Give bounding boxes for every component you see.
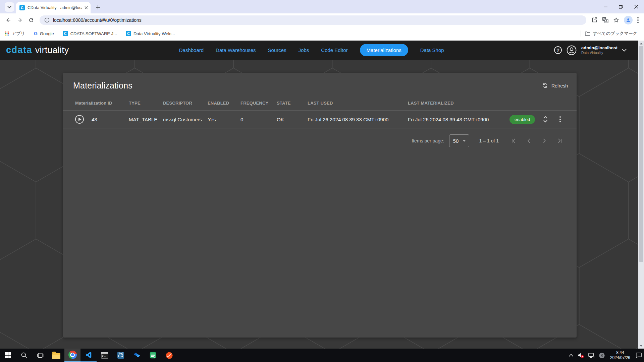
nav-materializations[interactable]: Materializations — [360, 44, 408, 56]
open-in-new-icon[interactable] — [592, 17, 597, 23]
bookmarks-divider — [581, 31, 581, 37]
bookmark-data-virtuality[interactable]: C Data Virtuality Welc... — [126, 31, 175, 36]
items-per-page-select[interactable]: 50 — [449, 134, 469, 147]
tray-expand-chevron-icon[interactable] — [569, 354, 574, 357]
user-subtitle: Data Virtuality — [581, 51, 618, 55]
info-icon[interactable] — [44, 17, 50, 23]
pgadmin-taskbar-button[interactable] — [113, 349, 129, 362]
vscode-icon — [85, 351, 92, 359]
scroll-down-arrow-icon[interactable] — [640, 343, 643, 349]
start-button[interactable] — [0, 349, 16, 362]
green-log-app-button[interactable] — [145, 349, 161, 362]
app-logo[interactable]: cdata virtuality — [6, 45, 69, 55]
search-icon — [21, 352, 28, 359]
next-page-button[interactable] — [541, 137, 548, 144]
orange-app-button[interactable] — [161, 349, 177, 362]
page-title: Materializations — [73, 81, 132, 90]
bookmark-google[interactable]: G Google — [34, 31, 54, 36]
user-menu-chevron-icon[interactable] — [622, 49, 627, 52]
column-header: LAST MATERIALIZED — [408, 101, 509, 106]
column-header: TYPE — [129, 101, 163, 106]
status-badge[interactable]: enabled — [509, 115, 535, 124]
browser-tab[interactable]: C CData Virtuality - admin@locall — [16, 2, 91, 13]
previous-page-button[interactable] — [526, 137, 532, 144]
action-center-icon[interactable] — [635, 352, 642, 358]
nav-sources[interactable]: Sources — [268, 47, 286, 53]
column-header: STATE — [277, 101, 308, 106]
nav-data-shop[interactable]: Data Shop — [420, 47, 444, 53]
bookmark-star-icon[interactable] — [613, 17, 619, 23]
network-icon[interactable] — [588, 353, 595, 358]
materialization-id-value: 43 — [92, 117, 97, 122]
blue-layers-app-button[interactable] — [129, 349, 145, 362]
window-close-button[interactable] — [629, 0, 644, 13]
toggle-status-button[interactable] — [540, 114, 550, 124]
file-explorer-button[interactable] — [48, 349, 64, 362]
task-view-button[interactable] — [32, 349, 48, 362]
cell-type: MAT_TABLE — [129, 117, 163, 122]
table-header-row: Materialization ID TYPE DESCRIPTOR ENABL… — [63, 96, 577, 111]
back-arrow-icon — [5, 17, 11, 23]
browser-menu-button[interactable] — [637, 17, 639, 23]
browser-profile-avatar[interactable] — [624, 16, 633, 24]
apps-grid-icon — [5, 31, 9, 36]
row-menu-button[interactable] — [555, 114, 565, 124]
reload-button[interactable] — [26, 15, 36, 25]
new-tab-button[interactable] — [93, 3, 103, 12]
refresh-label: Refresh — [551, 83, 568, 88]
tray-status-icon[interactable] — [599, 352, 605, 359]
first-page-button[interactable] — [510, 137, 517, 144]
app-viewport: cdata virtuality Dashboard Data Warehous… — [0, 41, 644, 349]
run-materialization-button[interactable] — [75, 115, 84, 124]
user-avatar-icon[interactable] — [566, 45, 577, 56]
chevron-down-icon — [7, 6, 11, 8]
window-restore-button[interactable] — [613, 0, 629, 13]
content-area: Materializations Refresh Materialization… — [0, 60, 644, 349]
bookmark-label: CDATA SOFTWARE J... — [70, 31, 117, 36]
refresh-button[interactable]: Refresh — [542, 82, 568, 89]
column-header: Materialization ID — [75, 101, 129, 106]
clock-time: 8:44 — [610, 350, 630, 355]
play-icon — [78, 118, 82, 121]
column-header: FREQUENCY — [240, 101, 277, 106]
tab-close-icon[interactable] — [85, 6, 88, 9]
page-scrollbar[interactable] — [638, 41, 644, 349]
window-minimize-button[interactable] — [598, 0, 613, 13]
url-bar[interactable]: localhost:8080/account/#/u/0/optimizatio… — [40, 15, 586, 25]
bookmark-apps[interactable]: アプリ — [5, 31, 25, 37]
window-controls — [598, 0, 644, 13]
terminal-taskbar-button[interactable] — [97, 349, 113, 362]
folder-icon — [585, 32, 590, 36]
unfold-arrows-icon — [543, 116, 548, 123]
nav-dashboard[interactable]: Dashboard — [179, 47, 204, 53]
table-row: 43 MAT_TABLE mssql.Customers Yes 0 OK Fr… — [63, 111, 577, 128]
taskbar-search-button[interactable] — [16, 349, 32, 362]
bookmark-label: アプリ — [12, 31, 25, 37]
nav-data-warehouses[interactable]: Data Warehouses — [216, 47, 256, 53]
all-bookmarks-button[interactable]: すべてのブックマーク — [585, 31, 637, 37]
back-button[interactable] — [3, 15, 13, 25]
scrollbar-thumb[interactable] — [639, 46, 643, 262]
help-icon[interactable]: ? — [554, 46, 562, 54]
tab-title: CData Virtuality - admin@locall — [28, 5, 82, 10]
browser-tab-strip: C CData Virtuality - admin@locall — [0, 0, 644, 13]
forward-button[interactable] — [15, 15, 25, 25]
reload-icon — [28, 17, 34, 23]
tab-search-button[interactable] — [5, 2, 14, 12]
last-page-button[interactable] — [556, 137, 563, 144]
vscode-taskbar-button[interactable] — [80, 349, 97, 362]
app-nav-right: ? admin@localhost Data Virtuality — [554, 45, 627, 56]
chrome-taskbar-button[interactable] — [64, 349, 80, 362]
nav-jobs[interactable]: Jobs — [299, 47, 309, 53]
column-header: LAST USED — [308, 101, 408, 106]
scroll-up-arrow-icon[interactable] — [640, 41, 643, 46]
user-info[interactable]: admin@localhost Data Virtuality — [581, 46, 618, 55]
nav-code-editor[interactable]: Code Editor — [321, 47, 347, 53]
windows-logo-icon — [5, 352, 11, 358]
bookmark-cdata-software[interactable]: C CDATA SOFTWARE J... — [63, 31, 117, 36]
bookmark-label: Data Virtuality Welc... — [133, 31, 175, 36]
translate-icon[interactable] — [602, 17, 608, 23]
items-per-page-value: 50 — [453, 138, 459, 144]
volume-muted-icon[interactable] — [577, 352, 584, 358]
taskbar-clock[interactable]: 8:44 2024/07/26 — [609, 350, 632, 360]
